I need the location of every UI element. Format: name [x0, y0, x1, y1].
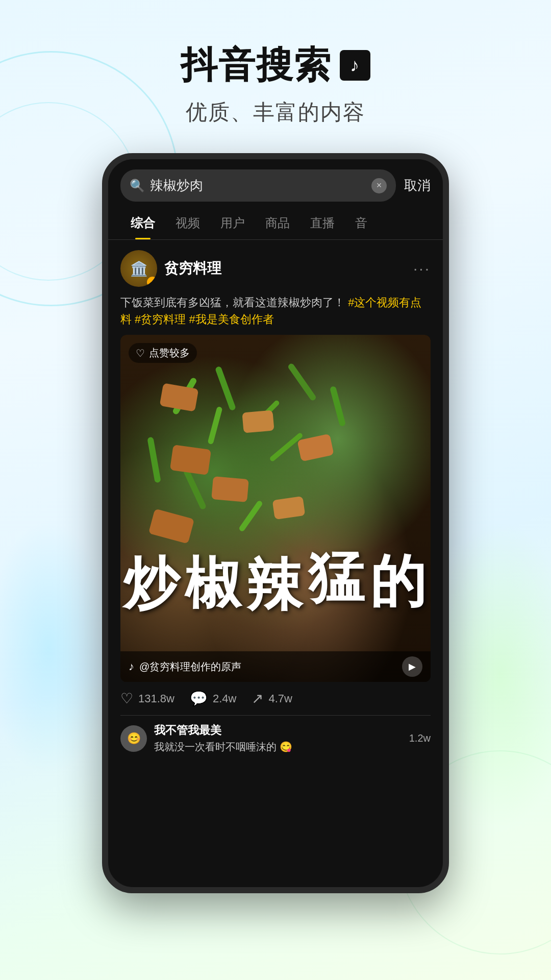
share-icon: ↗: [252, 690, 263, 707]
search-input-box[interactable]: 🔍 辣椒炒肉 ×: [120, 169, 396, 202]
subtitle: 优质、丰富的内容: [0, 98, 551, 127]
post-description-text: 下饭菜到底有多凶猛，就看这道辣椒炒肉了！: [120, 296, 345, 309]
tab-商品[interactable]: 商品: [255, 207, 300, 239]
glow-left: [0, 521, 112, 776]
tiktok-logo-symbol: ♪: [350, 55, 360, 76]
comment-avatar: 😊: [120, 725, 147, 752]
video-thumbnail[interactable]: ♡ 点赞较多 勇的猛辣椒炒肉 ♪: [120, 335, 431, 682]
play-button[interactable]: ▶: [402, 656, 422, 677]
comments-count: 2.4w: [213, 692, 236, 705]
phone-container: 🔍 辣椒炒肉 × 取消 综合 视频 用户: [102, 153, 449, 893]
tab-音[interactable]: 音: [345, 207, 378, 239]
comment-text-area: 我不管我最美 我就没一次看时不咽唾沫的 😋: [154, 723, 402, 754]
header-section: 抖音搜索 ♪ 优质、丰富的内容: [0, 0, 551, 147]
search-icon: 🔍: [130, 179, 145, 193]
like-icon: ♡: [120, 690, 133, 707]
post-header: 🏛️ ✓ 贫穷料理 ···: [120, 250, 431, 287]
cancel-button[interactable]: 取消: [404, 177, 431, 194]
tab-直播[interactable]: 直播: [300, 207, 345, 239]
title-text: 抖音搜索: [181, 41, 332, 90]
verified-badge: ✓: [147, 277, 157, 287]
username[interactable]: 贫穷料理: [164, 259, 221, 278]
comment-preview: 😊 我不管我最美 我就没一次看时不咽唾沫的 😋 1.2w: [120, 715, 431, 754]
tab-用户[interactable]: 用户: [210, 207, 255, 239]
shares-count: 4.7w: [268, 692, 292, 705]
tab-综合[interactable]: 综合: [120, 207, 165, 239]
tiktok-note-icon: ♪: [129, 660, 134, 673]
audio-bar: ♪ @贫穷料理创作的原声 ▶: [120, 651, 431, 682]
phone-frame: 🔍 辣椒炒肉 × 取消 综合 视频 用户: [102, 153, 449, 893]
audio-info: ♪ @贫穷料理创作的原声: [129, 660, 241, 674]
search-query-text: 辣椒炒肉: [150, 177, 366, 194]
audio-text: @贫穷料理创作的原声: [139, 660, 241, 674]
clear-button[interactable]: ×: [371, 178, 387, 193]
comment-likes: 1.2w: [409, 732, 431, 744]
content-area: 🏛️ ✓ 贫穷料理 ··· 下饭菜到底有多凶猛，就看这道辣椒炒肉了！ #这个视频…: [108, 240, 443, 764]
tiktok-logo: ♪: [340, 50, 370, 81]
likes-stat[interactable]: ♡ 131.8w: [120, 690, 174, 707]
clear-icon: ×: [377, 180, 382, 191]
comments-stat[interactable]: 💬 2.4w: [190, 690, 236, 707]
comment-icon: 💬: [190, 690, 208, 707]
likes-count: 131.8w: [138, 692, 174, 705]
comment-username[interactable]: 我不管我最美: [154, 723, 402, 738]
comment-body: 我就没一次看时不咽唾沫的 😋: [154, 740, 402, 754]
app-title: 抖音搜索 ♪: [0, 41, 551, 90]
search-bar-area: 🔍 辣椒炒肉 × 取消: [108, 159, 443, 207]
avatar: 🏛️ ✓: [120, 250, 157, 287]
shares-stat[interactable]: ↗ 4.7w: [252, 690, 292, 707]
stats-row: ♡ 131.8w 💬 2.4w ↗ 4.7w: [120, 690, 431, 715]
user-info: 🏛️ ✓ 贫穷料理: [120, 250, 221, 287]
video-text-overlay: 勇的猛辣椒炒肉: [120, 335, 431, 682]
tab-视频[interactable]: 视频: [165, 207, 210, 239]
phone-screen: 🔍 辣椒炒肉 × 取消 综合 视频 用户: [108, 159, 443, 887]
post-card: 🏛️ ✓ 贫穷料理 ··· 下饭菜到底有多凶猛，就看这道辣椒炒肉了！ #这个视频…: [120, 250, 431, 754]
more-options-button[interactable]: ···: [413, 260, 431, 277]
tabs-row: 综合 视频 用户 商品 直播 音: [108, 207, 443, 240]
post-description: 下饭菜到底有多凶猛，就看这道辣椒炒肉了！ #这个视频有点料 #贫穷料理 #我是美…: [120, 294, 431, 328]
